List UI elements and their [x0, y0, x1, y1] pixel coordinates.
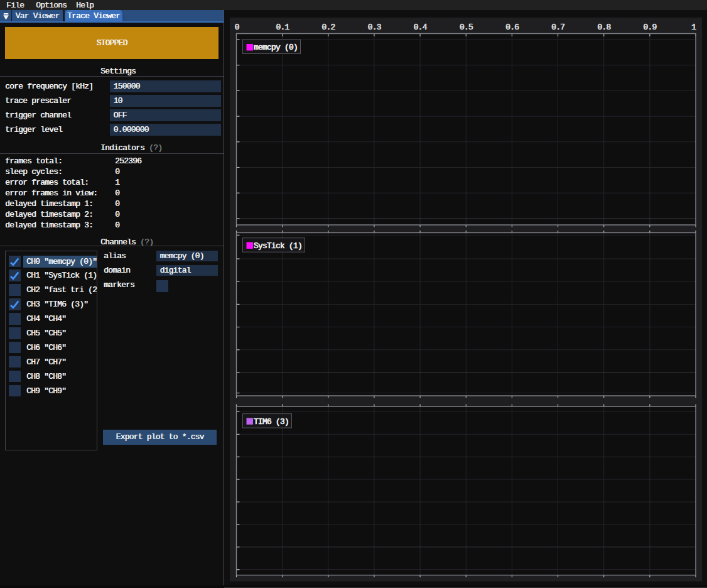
svg-text:SysTick (1): SysTick (1) [254, 241, 302, 251]
svg-text:0.2: 0.2 [321, 23, 335, 32]
svg-text:0.8: 0.8 [597, 23, 610, 32]
svg-text:0.1: 0.1 [276, 23, 289, 32]
svg-text:0.6: 0.6 [505, 23, 519, 32]
svg-text:0.7: 0.7 [551, 23, 564, 32]
svg-text:1: 1 [691, 23, 696, 32]
svg-text:0: 0 [235, 23, 239, 32]
svg-text:0.9: 0.9 [643, 23, 656, 32]
svg-text:0.5: 0.5 [460, 23, 473, 32]
svg-text:memcpy (0): memcpy (0) [254, 43, 298, 52]
svg-text:0.3: 0.3 [367, 23, 380, 32]
svg-text:TIM6 (3): TIM6 (3) [254, 417, 289, 427]
svg-text:0.4: 0.4 [414, 23, 428, 32]
